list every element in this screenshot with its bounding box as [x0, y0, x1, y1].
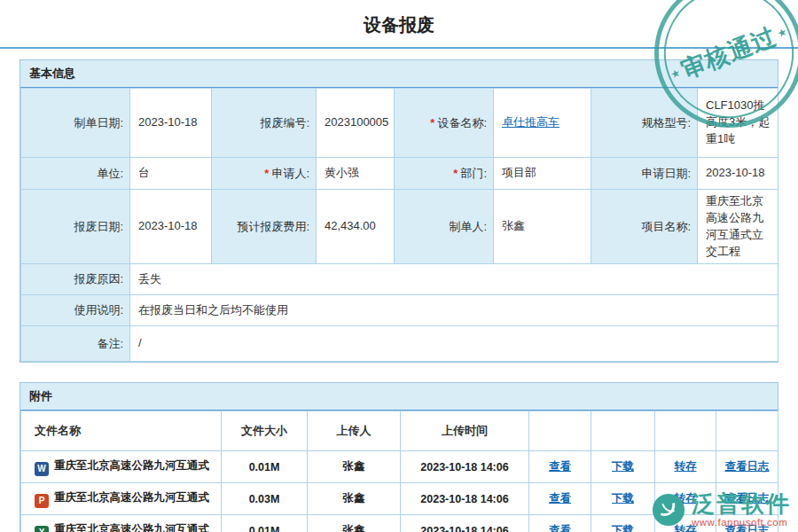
field-value-project-name: 重庆至北京高速公路九河互通式立交工程 — [698, 190, 778, 264]
basic-info-section-title: 基本信息 — [20, 60, 778, 88]
field-value-remark: / — [130, 326, 778, 362]
field-label-unit: 单位: — [21, 158, 130, 190]
scrap-date-label: 报废日期: — [74, 220, 123, 233]
field-value-scrap-no: 2023100005 — [317, 89, 395, 158]
column-header-file-size: 文件大小 — [222, 411, 308, 451]
download-link[interactable]: 下载 — [612, 524, 634, 532]
view-link[interactable]: 查看 — [549, 524, 571, 532]
upload-time: 2023-10-18 14:06 — [401, 451, 529, 483]
field-label-remark: 备注: — [21, 326, 130, 362]
file-name: 重庆至北京高速公路九河互通式 — [54, 523, 209, 532]
file-size: 0.01M — [222, 451, 308, 483]
view-log-link[interactable]: 查看日志 — [725, 460, 770, 473]
upload-time: 2023-10-18 14:06 — [401, 483, 529, 515]
usage-note-value: 在报废当日和之后均不能使用 — [138, 303, 288, 317]
scrap-no-label: 报废编号: — [260, 116, 309, 129]
field-label-est-cost: 预计报废费用: — [212, 190, 317, 264]
file-size: 0.03M — [222, 483, 308, 515]
table-row: P重庆至北京高速公路九河互通式 0.03M 张鑫 2023-10-18 14:0… — [21, 483, 778, 515]
uploader: 张鑫 — [308, 515, 401, 532]
save-as-link[interactable]: 转存 — [675, 492, 697, 505]
view-link[interactable]: 查看 — [549, 460, 571, 473]
field-value-scrap-date: 2023-10-18 — [130, 190, 212, 264]
table-row: W重庆至北京高速公路九河互通式 0.01M 张鑫 2023-10-18 14:0… — [21, 451, 778, 483]
column-header-file-name: 文件名称 — [21, 411, 222, 451]
field-value-department: 项目部 — [494, 158, 591, 190]
page-title: 设备报废 — [0, 0, 798, 47]
column-header-action-3 — [655, 411, 716, 451]
applicant-label: 申请人: — [271, 167, 309, 180]
field-value-creator: 张鑫 — [494, 190, 591, 264]
scrap-reason-label: 报废原因: — [74, 272, 123, 286]
download-link[interactable]: 下载 — [612, 492, 634, 505]
uploader-value: 张鑫 — [343, 460, 365, 473]
scrap-date-value: 2023-10-18 — [138, 219, 198, 232]
field-value-apply-date: 2023-10-18 — [698, 158, 778, 190]
download-link[interactable]: 下载 — [612, 460, 634, 473]
column-header-uploader: 上传人 — [308, 411, 401, 451]
table-row: 使用说明: 在报废当日和之后均不能使用 — [21, 295, 778, 326]
remark-value: / — [138, 336, 142, 349]
save-as-link[interactable]: 转存 — [675, 524, 697, 532]
file-name-cell: P重庆至北京高速公路九河互通式 — [21, 483, 222, 515]
file-name-cell: W重庆至北京高速公路九河互通式 — [21, 451, 222, 483]
file-size-value: 0.01M — [249, 525, 280, 532]
device-name-link[interactable]: 卓仕推高车 — [502, 115, 559, 129]
column-header-upload-time: 上传时间 — [401, 411, 529, 451]
table-row: 单位: 台 *申请人: 黄小强 *部门: 项目部 申请日期: 2023-10-1… — [21, 158, 778, 190]
est-cost-label: 预计报废费用: — [237, 220, 309, 233]
column-header-action-2 — [591, 411, 655, 451]
table-row: X重庆至北京高速公路九河互通式 0.01M 张鑫 2023-10-18 14:0… — [21, 515, 778, 532]
device-name-label: 设备名称: — [437, 116, 487, 129]
upload-time-value: 2023-10-18 14:06 — [420, 493, 508, 505]
field-label-apply-date: 申请日期: — [591, 158, 698, 190]
view-link[interactable]: 查看 — [549, 492, 571, 505]
file-name: 重庆至北京高速公路九河互通式 — [54, 459, 209, 472]
remark-label: 备注: — [97, 337, 123, 350]
upload-time-value: 2023-10-18 14:06 — [420, 525, 508, 532]
field-value-est-cost: 42,434.00 — [317, 190, 395, 264]
field-label-creator: 制单人: — [395, 190, 494, 264]
required-asterisk: * — [264, 167, 269, 180]
create-date-value: 2023-10-18 — [138, 115, 198, 129]
view-log-link[interactable]: 查看日志 — [725, 492, 770, 505]
field-label-create-date: 制单日期: — [21, 89, 130, 158]
powerpoint-file-icon: P — [35, 494, 49, 508]
header-divider — [0, 47, 798, 49]
department-label: 部门: — [460, 167, 487, 180]
field-label-device-name: *设备名称: — [395, 89, 494, 158]
field-value-usage-note: 在报废当日和之后均不能使用 — [130, 295, 778, 326]
spec-model-label: 规格型号: — [641, 116, 691, 129]
field-label-scrap-date: 报废日期: — [21, 190, 130, 264]
file-size-value: 0.03M — [249, 493, 280, 505]
unit-value: 台 — [138, 166, 150, 179]
creator-label: 制单人: — [449, 220, 487, 233]
attachments-table: 文件名称 文件大小 上传人 上传时间 W重庆至北京高速公路九河互通式 0.01M… — [20, 411, 778, 532]
project-name-value: 重庆至北京高速公路九河互通式立交工程 — [706, 194, 763, 258]
word-file-icon: W — [35, 462, 49, 476]
attachments-header-row: 文件名称 文件大小 上传人 上传时间 — [21, 411, 778, 451]
creator-value: 张鑫 — [502, 219, 525, 232]
uploader: 张鑫 — [308, 451, 401, 483]
excel-file-icon: X — [35, 526, 49, 532]
upload-time: 2023-10-18 14:06 — [401, 515, 529, 532]
est-cost-value: 42,434.00 — [325, 219, 376, 232]
field-value-scrap-reason: 丢失 — [130, 264, 778, 295]
uploader: 张鑫 — [308, 483, 401, 515]
create-date-label: 制单日期: — [74, 116, 123, 129]
usage-note-label: 使用说明: — [74, 303, 123, 317]
view-log-link[interactable]: 查看日志 — [725, 524, 770, 532]
table-row: 报废原因: 丢失 — [21, 264, 778, 295]
field-value-spec-model: CLF1030推高度3米，起重1吨 — [698, 89, 778, 158]
field-label-usage-note: 使用说明: — [21, 295, 130, 326]
basic-info-section: 基本信息 制单日期: 2023-10-18 报废编号: 2023100005 *… — [20, 59, 778, 363]
save-as-link[interactable]: 转存 — [675, 460, 697, 473]
file-size-value: 0.01M — [249, 461, 280, 473]
table-row: 制单日期: 2023-10-18 报废编号: 2023100005 *设备名称:… — [21, 89, 778, 158]
field-value-unit: 台 — [130, 158, 212, 190]
file-name-cell: X重庆至北京高速公路九河互通式 — [21, 515, 222, 532]
field-label-project-name: 项目名称: — [591, 190, 698, 264]
required-asterisk: * — [453, 167, 458, 180]
field-label-scrap-no: 报废编号: — [212, 89, 317, 158]
file-size: 0.01M — [222, 515, 308, 532]
